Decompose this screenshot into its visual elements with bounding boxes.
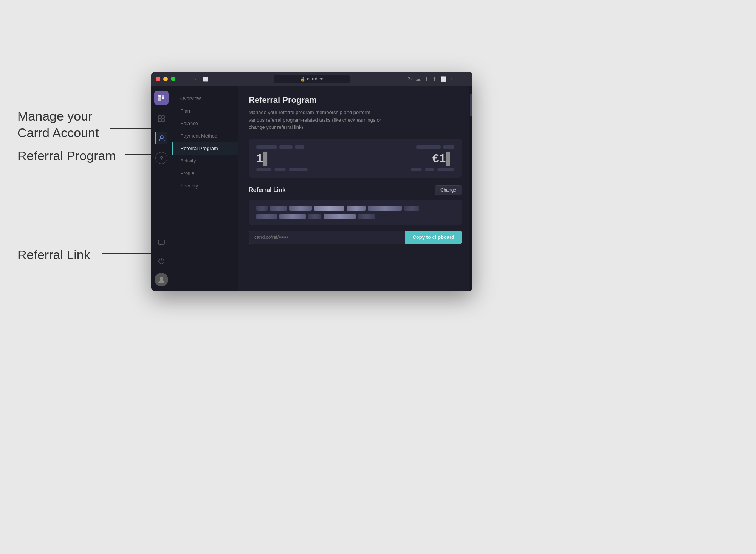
referral-program-annotation: Referral Program xyxy=(17,147,116,164)
section-description: Manage your referral program membership … xyxy=(249,109,385,131)
icon-sidebar: ? xyxy=(151,86,172,291)
svg-rect-5 xyxy=(162,116,164,118)
svg-rect-3 xyxy=(162,97,164,99)
download-icon[interactable]: ⬇ xyxy=(424,76,429,82)
stat-number-left: 1▌ xyxy=(256,152,308,164)
sidebar-user-icon[interactable] xyxy=(155,132,167,144)
nav-plan[interactable]: Plan xyxy=(172,105,238,117)
tabs-icon[interactable]: ⬜ xyxy=(440,76,446,82)
nav-security[interactable]: Security xyxy=(172,180,238,192)
manage-account-annotation: Manage yourCarrd Account xyxy=(17,108,99,141)
svg-rect-6 xyxy=(158,119,161,122)
copy-to-clipboard-button[interactable]: Copy to clipboard xyxy=(405,231,462,244)
svg-rect-7 xyxy=(162,119,164,122)
scrollbar-thumb[interactable] xyxy=(470,94,472,116)
nav-overview[interactable]: Overview xyxy=(172,92,238,105)
stats-card: 1▌ €1▌ xyxy=(249,139,462,178)
app-container: ? xyxy=(151,86,472,291)
forward-button[interactable]: › xyxy=(191,75,199,83)
nav-activity[interactable]: Activity xyxy=(172,155,238,167)
svg-rect-1 xyxy=(162,95,164,97)
main-content: Referral Program Manage your referral pr… xyxy=(238,86,472,291)
svg-rect-0 xyxy=(158,95,161,97)
share-icon[interactable]: ⬆ xyxy=(432,76,437,82)
stat-number-right: €1▌ xyxy=(432,152,454,164)
referral-link-header: Referral Link Change xyxy=(249,185,462,195)
address-bar[interactable]: 🔒 carrd.co xyxy=(274,75,350,83)
svg-rect-2 xyxy=(158,97,161,101)
cloud-icon[interactable]: ☁ xyxy=(416,76,421,82)
svg-rect-9 xyxy=(158,240,164,244)
referral-link-annotation-line xyxy=(102,253,159,254)
scrollbar-track[interactable] xyxy=(469,86,472,291)
browser-window: ‹ › ⬜ 🔒 carrd.co ↻ ☁ ⬇ ⬆ ⬜ + xyxy=(151,72,472,291)
back-button[interactable]: ‹ xyxy=(181,75,188,83)
browser-dot-red[interactable] xyxy=(156,77,160,81)
referral-link-annotation: Referral Link xyxy=(17,246,90,263)
browser-dot-green[interactable] xyxy=(171,77,175,81)
browser-dot-yellow[interactable] xyxy=(163,77,168,81)
stat-group-left: 1▌ xyxy=(256,145,308,171)
change-button[interactable]: Change xyxy=(435,185,462,195)
nav-sidebar: Overview Plan Balance Payment Method Ref… xyxy=(172,86,238,291)
referral-link-title: Referral Link xyxy=(249,187,286,193)
section-title: Referral Program xyxy=(249,95,462,105)
reload-icon[interactable]: ↻ xyxy=(408,76,412,82)
stat-group-right: €1▌ xyxy=(411,145,454,171)
referral-link-section: Referral Link Change xyxy=(249,185,462,244)
browser-chrome: ‹ › ⬜ 🔒 carrd.co ↻ ☁ ⬇ ⬆ ⬜ + xyxy=(151,72,472,86)
add-tab-icon[interactable]: + xyxy=(450,76,454,82)
link-blurred-text xyxy=(256,206,454,211)
window-button[interactable]: ⬜ xyxy=(202,75,209,83)
sidebar-grid-icon[interactable] xyxy=(155,113,167,125)
referral-link-input[interactable] xyxy=(249,231,405,244)
nav-profile[interactable]: Profile xyxy=(172,167,238,180)
browser-toolbar-right: ↻ ☁ ⬇ ⬆ ⬜ + xyxy=(408,76,454,82)
link-display xyxy=(249,200,462,225)
app-logo[interactable] xyxy=(154,91,169,105)
svg-point-10 xyxy=(160,277,163,280)
referral-input-row: Copy to clipboard xyxy=(249,231,462,244)
url-text: carrd.co xyxy=(307,76,323,82)
sidebar-help-icon[interactable]: ? xyxy=(155,152,167,164)
link-blurred-text-2 xyxy=(256,214,454,219)
nav-referral-program[interactable]: Referral Program xyxy=(172,142,238,155)
sidebar-comment-icon[interactable] xyxy=(155,237,167,249)
nav-balance[interactable]: Balance xyxy=(172,117,238,130)
sidebar-power-icon[interactable] xyxy=(155,255,167,267)
nav-payment-method[interactable]: Payment Method xyxy=(172,130,238,142)
svg-rect-4 xyxy=(158,116,161,118)
user-avatar[interactable] xyxy=(155,273,168,286)
